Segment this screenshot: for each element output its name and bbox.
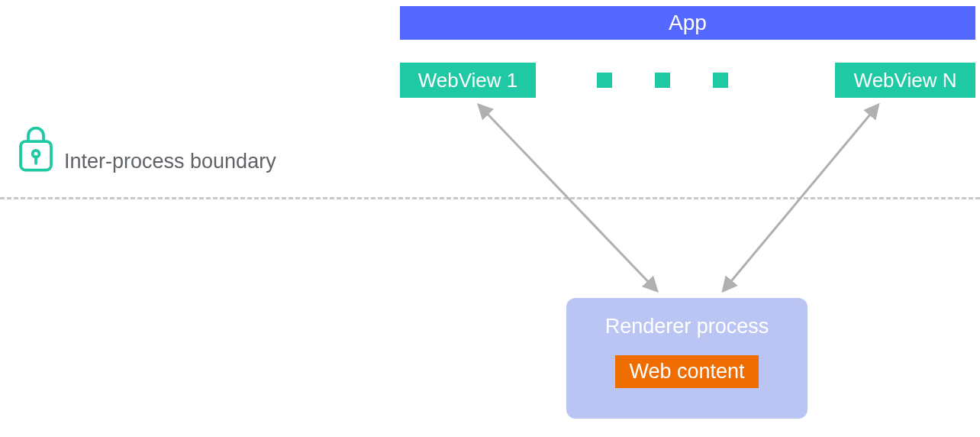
- web-content-label: Web content: [629, 360, 744, 383]
- app-label: App: [669, 11, 707, 35]
- webview-1-label: WebView 1: [418, 69, 518, 92]
- webview-n-box: WebView N: [835, 63, 975, 98]
- boundary-line: [0, 197, 980, 199]
- boundary-label: Inter-process boundary: [64, 150, 276, 173]
- lock-icon: [17, 124, 55, 174]
- app-bar: App: [400, 6, 975, 40]
- diagram-stage: App WebView 1 WebView N Inter-process bo…: [0, 0, 980, 437]
- web-content-box: Web content: [615, 355, 758, 388]
- webview-1-box: WebView 1: [400, 63, 536, 98]
- ellipsis-dot: [713, 73, 728, 88]
- renderer-label: Renderer process: [605, 315, 769, 338]
- ellipsis-dot: [655, 73, 670, 88]
- webview-n-label: WebView N: [854, 69, 957, 92]
- renderer-process-box: Renderer process Web content: [566, 298, 808, 419]
- ellipsis-dot: [597, 73, 612, 88]
